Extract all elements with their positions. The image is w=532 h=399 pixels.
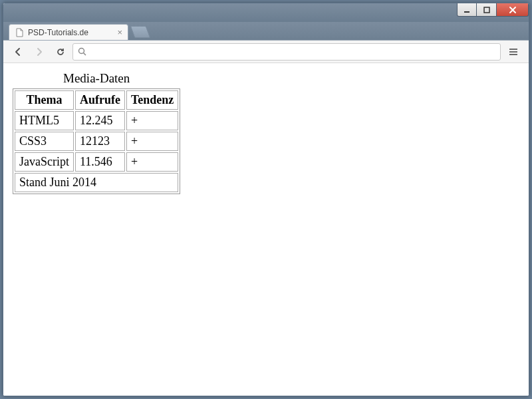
- svg-rect-6: [509, 54, 517, 55]
- col-thema: Thema: [15, 90, 74, 110]
- cell-thema: CSS3: [15, 132, 74, 151]
- table-footer: Stand Juni 2014: [15, 173, 178, 192]
- svg-line-3: [83, 53, 86, 56]
- titlebar: [3, 3, 529, 22]
- table-caption: Media-Daten: [13, 70, 180, 88]
- menu-button[interactable]: [503, 43, 523, 61]
- cell-thema: JavaScript: [15, 152, 74, 172]
- page-icon: [15, 28, 24, 37]
- browser-window: PSD-Tutorials.de × Media-Daten T: [3, 3, 529, 396]
- svg-rect-5: [509, 51, 517, 53]
- cell-aufrufe: 12.245: [75, 111, 125, 130]
- address-bar[interactable]: [72, 43, 501, 61]
- svg-point-2: [78, 49, 84, 54]
- maximize-button[interactable]: [477, 3, 497, 17]
- table-row: HTML5 12.245 +: [15, 111, 178, 130]
- cell-aufrufe: 11.546: [75, 152, 125, 172]
- window-controls: [457, 3, 529, 17]
- tab-title: PSD-Tutorials.de: [28, 28, 113, 37]
- col-tendenz: Tendenz: [126, 90, 178, 110]
- table-header-row: Thema Aufrufe Tendenz: [15, 90, 178, 110]
- cell-aufrufe: 12123: [75, 132, 125, 151]
- table-footer-row: Stand Juni 2014: [15, 173, 178, 192]
- new-tab-button[interactable]: [130, 26, 151, 38]
- page-content: Media-Daten Thema Aufrufe Tendenz HTML5 …: [3, 63, 529, 396]
- svg-rect-4: [509, 49, 517, 50]
- col-aufrufe: Aufrufe: [75, 90, 125, 110]
- table-row: JavaScript 11.546 +: [15, 152, 178, 172]
- reload-button[interactable]: [51, 43, 70, 61]
- svg-rect-1: [484, 7, 489, 13]
- toolbar: [3, 41, 529, 63]
- media-table: Media-Daten Thema Aufrufe Tendenz HTML5 …: [13, 70, 180, 194]
- svg-rect-0: [464, 11, 469, 13]
- minimize-button[interactable]: [457, 3, 477, 17]
- cell-tendenz: +: [126, 132, 178, 151]
- cell-tendenz: +: [126, 111, 178, 130]
- forward-button[interactable]: [30, 43, 49, 61]
- cell-tendenz: +: [126, 152, 178, 172]
- close-button[interactable]: [497, 3, 529, 17]
- search-icon: [77, 47, 86, 57]
- table-row: CSS3 12123 +: [15, 132, 178, 151]
- browser-tab[interactable]: PSD-Tutorials.de ×: [9, 24, 128, 40]
- back-button[interactable]: [9, 43, 27, 61]
- tabstrip: PSD-Tutorials.de ×: [3, 22, 529, 41]
- cell-thema: HTML5: [15, 111, 74, 130]
- tab-close-icon[interactable]: ×: [117, 27, 122, 37]
